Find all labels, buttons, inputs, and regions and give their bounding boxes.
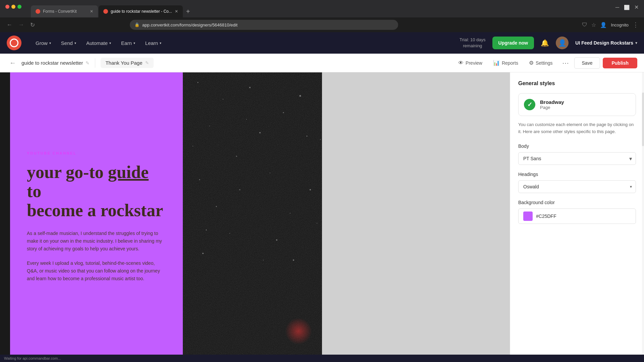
svg-point-26 bbox=[246, 119, 247, 120]
svg-point-24 bbox=[263, 260, 264, 260]
close-button[interactable] bbox=[5, 5, 9, 9]
save-button[interactable]: Save bbox=[574, 57, 600, 69]
svg-point-21 bbox=[229, 233, 230, 234]
tab-forms[interactable]: Forms - ConvertKit ✕ bbox=[31, 5, 98, 17]
page-preview[interactable]: YOUTUBE CHANNEL your go-to guide tobecom… bbox=[10, 72, 322, 355]
headings-label: Headings bbox=[518, 172, 636, 177]
nav-grow-label: Grow bbox=[36, 40, 48, 46]
headings-font-section: Headings Oswald ▾ bbox=[518, 172, 636, 193]
restore-window-icon[interactable]: ⬜ bbox=[624, 5, 630, 10]
user-menu-chevron[interactable]: ▾ bbox=[635, 41, 637, 45]
nav-automate-label: Automate bbox=[86, 40, 108, 46]
address-text[interactable]: app.convertkit.com/forms/designers/56468… bbox=[142, 22, 237, 27]
profile-icon[interactable]: 👤 bbox=[600, 22, 607, 28]
svg-point-18 bbox=[239, 189, 240, 190]
svg-point-8 bbox=[236, 156, 237, 157]
page-tab-edit-icon[interactable]: ✎ bbox=[145, 60, 149, 65]
settings-label: Settings bbox=[536, 60, 553, 66]
headings-font-select[interactable]: Oswald bbox=[518, 180, 636, 193]
heading-part2: tobecome a rockstar bbox=[27, 182, 163, 220]
bg-color-swatch[interactable] bbox=[523, 212, 533, 221]
svg-point-7 bbox=[320, 139, 321, 140]
close-window-icon[interactable]: ✕ bbox=[634, 4, 639, 10]
preview-action[interactable]: 👁 Preview bbox=[454, 58, 486, 68]
publish-button[interactable]: Publish bbox=[603, 58, 637, 68]
body-label: Body bbox=[518, 143, 636, 149]
settings-icon: ⚙ bbox=[529, 60, 534, 66]
back-to-forms-button[interactable]: ← bbox=[7, 58, 19, 68]
reports-action[interactable]: 📊 Reports bbox=[489, 57, 522, 68]
hero-left-section[interactable]: YOUTUBE CHANNEL your go-to guide tobecom… bbox=[10, 72, 183, 355]
tab-guide-label: guide to rockstar newsletter - Co... bbox=[111, 9, 172, 14]
canvas-area: YOUTUBE CHANNEL your go-to guide tobecom… bbox=[0, 72, 510, 355]
body-font-select[interactable]: PT Sans bbox=[518, 152, 636, 165]
hero-heading: your go-to guide tobecome a rockstar bbox=[27, 163, 166, 220]
nav-automate-chevron: ▾ bbox=[109, 41, 111, 45]
app-logo[interactable] bbox=[7, 36, 21, 50]
hero-body2: Every week I upload a vlog, tutorial, be… bbox=[27, 259, 166, 283]
svg-point-3 bbox=[249, 87, 251, 88]
nav-item-learn[interactable]: Learn ▾ bbox=[141, 38, 166, 49]
preview-icon: 👁 bbox=[458, 60, 464, 66]
nav-item-earn[interactable]: Earn ▾ bbox=[116, 38, 140, 49]
svg-point-27 bbox=[293, 259, 294, 261]
trial-info: Trial: 10 days remaining bbox=[460, 37, 486, 49]
thank-you-page-tab[interactable]: Thank You Page ✎ bbox=[101, 58, 153, 68]
notification-bell[interactable]: 🔔 bbox=[541, 39, 549, 47]
add-tab-button[interactable]: + bbox=[183, 8, 193, 15]
minimize-button[interactable] bbox=[11, 5, 15, 9]
lock-icon: 🔒 bbox=[135, 22, 140, 27]
nav-send-label: Send bbox=[61, 40, 73, 46]
sidebar-section-title: General styles bbox=[518, 80, 636, 86]
subtitle: YOUTUBE CHANNEL bbox=[27, 151, 166, 155]
tab-guide-favicon bbox=[103, 9, 108, 14]
svg-point-22 bbox=[307, 136, 308, 137]
nav-item-automate[interactable]: Automate ▾ bbox=[82, 38, 116, 49]
hero-right-section[interactable] bbox=[183, 72, 322, 355]
tab-guide[interactable]: guide to rockstar newsletter - Co... ✕ bbox=[99, 5, 183, 17]
more-options-icon[interactable]: ⋯ bbox=[559, 58, 572, 68]
shield-icon: 🛡 bbox=[582, 22, 587, 28]
svg-point-19 bbox=[317, 223, 317, 224]
nav-grow-chevron: ▾ bbox=[49, 41, 51, 45]
incognito-label: Incognito bbox=[611, 22, 629, 27]
bg-color-section: Background color #C25DFF bbox=[518, 200, 636, 224]
nav-item-send[interactable]: Send ▾ bbox=[56, 38, 81, 49]
nav-item-grow[interactable]: Grow ▾ bbox=[31, 38, 56, 49]
more-browser-icon[interactable]: ⋮ bbox=[633, 21, 639, 28]
svg-point-23 bbox=[202, 253, 204, 254]
preview-label: Preview bbox=[466, 60, 482, 66]
trial-line1: Trial: 10 days bbox=[460, 37, 486, 43]
reports-icon: 📊 bbox=[493, 60, 500, 66]
bg-color-value: #C25DFF bbox=[536, 214, 556, 219]
thank-you-page-label: Thank You Page bbox=[105, 60, 142, 66]
tab-guide-close[interactable]: ✕ bbox=[175, 9, 178, 14]
form-title-edit-icon[interactable]: ✎ bbox=[86, 60, 90, 66]
back-nav-button[interactable]: ← bbox=[5, 21, 14, 29]
tab-forms-close[interactable]: ✕ bbox=[90, 9, 93, 14]
broadway-check-icon: ✓ bbox=[524, 99, 535, 110]
svg-point-11 bbox=[199, 179, 200, 180]
forward-nav-button[interactable]: → bbox=[17, 21, 25, 29]
avatar[interactable]: 👤 bbox=[556, 37, 569, 49]
nav-earn-label: Earn bbox=[121, 40, 132, 46]
broadway-card[interactable]: ✓ Broadway Page bbox=[518, 93, 636, 116]
svg-point-10 bbox=[310, 189, 311, 190]
svg-point-28 bbox=[206, 230, 207, 231]
status-text: Waiting for api.commandbar.com... bbox=[4, 356, 61, 360]
form-title: guide to rockstar newsletter bbox=[21, 60, 83, 66]
svg-point-5 bbox=[209, 126, 210, 126]
settings-action[interactable]: ⚙ Settings bbox=[525, 57, 557, 68]
body-font-section: Body PT Sans ▾ bbox=[518, 143, 636, 165]
maximize-button[interactable] bbox=[17, 5, 21, 9]
minimize-window-icon[interactable]: ─ bbox=[615, 4, 619, 10]
svg-point-17 bbox=[193, 146, 193, 146]
bg-color-label: Background color bbox=[518, 200, 636, 205]
tab-forms-favicon bbox=[36, 9, 40, 14]
upgrade-button[interactable]: Upgrade now bbox=[492, 37, 534, 50]
customize-description: You can customize each element on the pa… bbox=[518, 121, 636, 135]
svg-point-20 bbox=[276, 239, 277, 241]
nav-send-chevron: ▾ bbox=[74, 41, 76, 45]
refresh-nav-button[interactable]: ↻ bbox=[29, 21, 36, 29]
bookmark-icon[interactable]: ☆ bbox=[591, 22, 596, 28]
